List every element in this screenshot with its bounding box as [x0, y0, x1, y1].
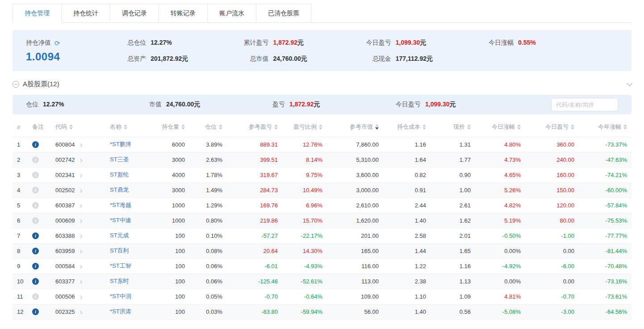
info-icon[interactable]: i: [32, 202, 39, 209]
cell-code: 603377: [51, 274, 105, 289]
col-header-ref_pnl[interactable]: 参考盈亏: [227, 117, 282, 137]
info-icon[interactable]: i: [32, 263, 39, 270]
sort-icon[interactable]: [219, 124, 222, 130]
cell-note: i: [28, 289, 51, 304]
col-header-pnl_ratio[interactable]: 盈亏比例: [282, 117, 327, 137]
sort-icon[interactable]: [124, 124, 127, 130]
stock-name-link[interactable]: *ST中迪: [110, 217, 131, 224]
expand-chevron-icon[interactable]: [79, 295, 82, 299]
col-header-cost[interactable]: 持仓成本: [383, 117, 431, 137]
info-icon[interactable]: i: [32, 232, 39, 239]
col-header-today_chg[interactable]: 今日涨幅: [475, 117, 525, 137]
cell-position: 0.05%: [189, 289, 227, 304]
cell-today_chg: -0.50%: [475, 228, 525, 243]
cell-note: i: [28, 243, 51, 258]
stock-name-link[interactable]: ST东时: [110, 278, 129, 284]
cell-today_pnl: 240.00: [525, 152, 579, 167]
cell-ref_mv: 3,600.00: [327, 167, 383, 182]
sort-icon[interactable]: [375, 124, 379, 130]
cell-today_pnl: -3.00: [525, 304, 579, 319]
expand-chevron-icon[interactable]: [79, 158, 82, 162]
cell-idx: 12: [13, 304, 28, 319]
expand-chevron-icon[interactable]: [79, 310, 82, 314]
stock-search-input[interactable]: [551, 98, 618, 111]
sort-icon[interactable]: [571, 124, 574, 130]
info-icon[interactable]: i: [32, 293, 39, 300]
cell-note: i: [28, 228, 51, 243]
cell-today_chg: 4.81%: [475, 289, 525, 304]
info-icon[interactable]: i: [32, 217, 39, 224]
stock-name-link[interactable]: ST百利: [110, 247, 129, 254]
stock-name-link[interactable]: ST鼎龙: [110, 186, 129, 193]
sort-icon[interactable]: [69, 124, 73, 130]
tab-position-management[interactable]: 持仓管理: [13, 4, 62, 22]
sort-icon[interactable]: [181, 124, 185, 130]
expand-chevron-icon[interactable]: [79, 173, 82, 177]
stock-name-link[interactable]: ST元成: [110, 232, 129, 239]
sort-icon[interactable]: [274, 124, 278, 130]
stock-name-link[interactable]: *ST中润: [110, 293, 131, 299]
col-header-code[interactable]: 代码: [51, 117, 105, 137]
cell-note: i: [28, 152, 51, 167]
expand-chevron-icon[interactable]: [79, 265, 82, 268]
info-icon[interactable]: i: [32, 156, 39, 163]
expand-chevron-icon[interactable]: [79, 280, 82, 283]
cell-ref_pnl: 219.86: [227, 213, 282, 228]
info-icon[interactable]: i: [32, 187, 39, 194]
col-header-price[interactable]: 现价: [431, 117, 475, 137]
cell-pnl_ratio: 10.49%: [282, 182, 327, 198]
col-header-today_pnl[interactable]: 今日盈亏: [525, 117, 579, 137]
info-icon[interactable]: i: [32, 278, 39, 285]
stock-name-link[interactable]: *ST工智: [110, 262, 131, 269]
tab-position-statistics[interactable]: 持仓统计: [62, 4, 110, 22]
cell-name: *ST工智: [105, 258, 152, 274]
cell-price: 0.90: [431, 167, 475, 182]
cell-note: i: [28, 258, 51, 274]
cell-idx: 10: [13, 274, 28, 289]
col-header-name[interactable]: 名称: [105, 117, 152, 137]
stock-name-link[interactable]: *ST海越: [110, 202, 131, 208]
stock-name-link[interactable]: *ST鹏博: [110, 141, 131, 148]
expand-chevron-icon[interactable]: [79, 219, 82, 223]
sort-icon[interactable]: [319, 124, 322, 130]
expand-chevron-icon[interactable]: [79, 189, 82, 192]
info-icon[interactable]: i: [32, 141, 39, 148]
cell-note: i: [28, 213, 51, 228]
expand-chevron-icon[interactable]: [79, 249, 82, 253]
col-header-qty[interactable]: 持仓量: [152, 117, 189, 137]
col-header-label: 现价: [453, 123, 465, 130]
tab-rebalance-records[interactable]: 调仓记录: [110, 4, 159, 22]
cell-pnl_ratio: 8.14%: [282, 152, 327, 167]
col-header-year_chg[interactable]: 今年涨幅: [579, 117, 631, 137]
cell-note: i: [28, 274, 51, 289]
tab-account-flow[interactable]: 账户流水: [208, 4, 256, 22]
sort-icon[interactable]: [467, 124, 471, 130]
table-row: 12i002325*ST洪涛1000.03%-83.80-59.94%56.00…: [13, 304, 631, 319]
col-header-ref_mv[interactable]: 参考市值: [327, 117, 383, 137]
refresh-icon[interactable]: ⟳: [54, 40, 60, 46]
info-icon[interactable]: i: [32, 248, 39, 254]
stock-name-link[interactable]: *ST洪涛: [110, 308, 131, 315]
collapse-minus-icon[interactable]: [13, 81, 19, 88]
cell-price: 1.62: [431, 213, 475, 228]
cell-pnl_ratio: 15.70%: [282, 213, 327, 228]
tab-transfer-records[interactable]: 转账记录: [159, 4, 208, 22]
sort-icon[interactable]: [422, 124, 426, 130]
sort-icon[interactable]: [623, 124, 627, 130]
info-icon[interactable]: i: [32, 308, 39, 315]
col-header-position[interactable]: 仓位: [189, 117, 227, 137]
cell-ref_pnl: 889.31: [227, 137, 282, 152]
section-title: A股股票(12): [23, 80, 59, 89]
tab-cleared-stocks[interactable]: 已清仓股票: [256, 4, 311, 22]
cell-idx: 8: [13, 243, 28, 258]
expand-chevron-icon[interactable]: [79, 143, 82, 147]
expand-chevron-icon[interactable]: [79, 204, 82, 207]
expand-chevron-icon[interactable]: [79, 234, 82, 238]
info-icon[interactable]: i: [32, 172, 39, 178]
stock-name-link[interactable]: ST新纶: [110, 171, 129, 178]
chevron-down-icon[interactable]: [627, 80, 632, 86]
cell-price: 1.09: [431, 289, 475, 304]
stat-label: 今日涨幅: [486, 39, 514, 47]
stock-name-link[interactable]: ST三圣: [110, 156, 129, 163]
sort-icon[interactable]: [517, 124, 521, 130]
